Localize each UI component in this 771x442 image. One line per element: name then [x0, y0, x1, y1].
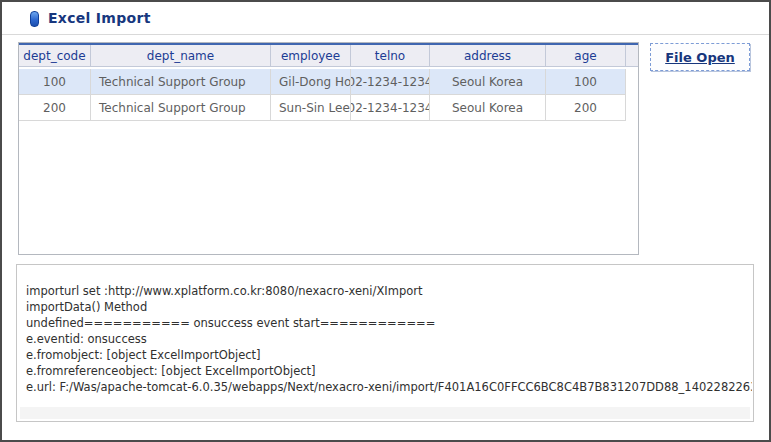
file-open-button[interactable]: File Open — [650, 43, 750, 71]
cell-age: 100 — [546, 69, 626, 95]
cell-telno: 02-1234-1234 — [351, 95, 430, 121]
column-header-address[interactable]: address — [430, 45, 546, 66]
log-line: undefined=========== onsuccess event sta… — [26, 315, 752, 331]
cell-dept-name: Technical Support Group — [91, 95, 271, 121]
log-line: e.fromobject: [object ExcelImportObject] — [26, 347, 752, 363]
cell-dept-name: Technical Support Group — [91, 69, 271, 95]
log-line: importData() Method — [26, 299, 752, 315]
grid-header-row: dept_code dept_name employee telno addre… — [19, 43, 638, 67]
column-header-age[interactable]: age — [546, 45, 626, 66]
horizontal-scrollbar[interactable] — [20, 407, 750, 419]
page-title: Excel Import — [48, 10, 151, 26]
log-lines: importurl set :http://www.xplatform.co.k… — [26, 283, 752, 395]
excel-import-window: Excel Import dept_code dept_name employe… — [0, 0, 771, 442]
excel-import-grid: dept_code dept_name employee telno addre… — [18, 42, 639, 255]
cell-employee: Sun-Sin Lee — [271, 95, 351, 121]
cell-telno: 02-1234-1234 — [351, 69, 430, 95]
grid-body: 100 Technical Support Group Gil-Dong Ho … — [19, 69, 638, 121]
title-bullet-icon — [30, 11, 39, 27]
column-header-dept-name[interactable]: dept_name — [91, 45, 271, 66]
cell-employee: Gil-Dong Ho — [271, 69, 351, 95]
column-header-spare — [626, 45, 638, 66]
column-header-dept-code[interactable]: dept_code — [19, 45, 91, 66]
log-line: e.eventid: onsuccess — [26, 331, 752, 347]
column-header-telno[interactable]: telno — [351, 45, 430, 66]
title-bar: Excel Import — [2, 2, 769, 35]
cell-dept-code: 200 — [19, 95, 91, 121]
cell-address: Seoul Korea — [430, 95, 546, 121]
cell-address: Seoul Korea — [430, 69, 546, 95]
log-textarea[interactable]: importurl set :http://www.xplatform.co.k… — [16, 264, 754, 422]
cell-dept-code: 100 — [19, 69, 91, 95]
cell-age: 200 — [546, 95, 626, 121]
table-row[interactable]: 100 Technical Support Group Gil-Dong Ho … — [19, 69, 638, 95]
log-line: e.url: F:/Was/apache-tomcat-6.0.35/webap… — [26, 379, 752, 395]
table-row[interactable]: 200 Technical Support Group Sun-Sin Lee … — [19, 95, 638, 121]
log-line: importurl set :http://www.xplatform.co.k… — [26, 283, 752, 299]
log-line: e.fromreferenceobject: [object ExcelImpo… — [26, 363, 752, 379]
column-header-employee[interactable]: employee — [271, 45, 351, 66]
